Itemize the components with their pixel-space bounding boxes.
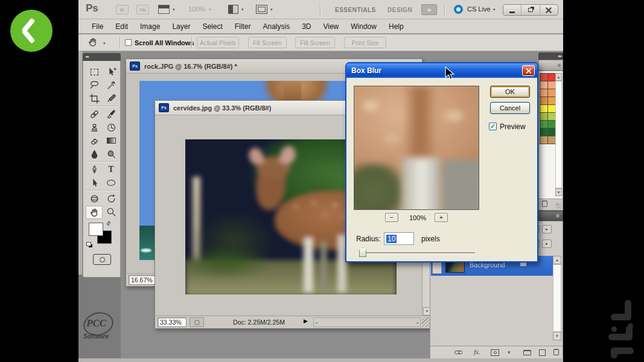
status-clock-button[interactable]	[190, 317, 204, 327]
blur-tool[interactable]	[86, 148, 102, 160]
layout-picker-icon[interactable]	[158, 5, 170, 14]
dialog-titlebar[interactable]: Box Blur	[346, 63, 537, 78]
screen-mode-icon[interactable]	[256, 5, 267, 14]
link-layers-icon[interactable]	[454, 351, 459, 354]
swatches-scroll-up[interactable]: ▲	[555, 73, 562, 81]
menu-item-view[interactable]: View	[317, 22, 345, 31]
tools-collapse-button[interactable]: ◂◂	[83, 53, 121, 61]
screen-mode-dropdown-arrow[interactable]: ▾	[270, 7, 273, 12]
menu-item-help[interactable]: Help	[383, 22, 410, 31]
pen-tool[interactable]	[86, 164, 102, 176]
tool-preset-dropdown-arrow[interactable]: ▾	[103, 41, 106, 46]
menu-item-window[interactable]: Window	[345, 22, 383, 31]
zoom-level-control[interactable]: 100%	[188, 5, 205, 13]
adjustment-layer-icon[interactable]: ◐	[508, 348, 512, 355]
layers-scroll-track[interactable]	[553, 264, 561, 332]
color-swatch[interactable]	[547, 97, 556, 105]
radius-slider-thumb[interactable]	[359, 247, 366, 257]
3d-orbit-tool[interactable]	[103, 192, 119, 205]
quick-selection-tool[interactable]	[103, 79, 119, 91]
panel-menu-icon[interactable]: ≡	[558, 62, 561, 68]
dock-expand-button[interactable]: ▸▸	[538, 52, 563, 60]
layers-menu-icon[interactable]: ≡	[556, 212, 560, 219]
delete-layer-trash-icon[interactable]	[553, 350, 559, 355]
layer-style-fx-icon[interactable]: fx.	[474, 348, 480, 355]
preview-checkbox[interactable]: ✓	[489, 122, 497, 130]
swatches-scroll-down[interactable]: ▼	[555, 188, 562, 196]
crop-tool[interactable]	[86, 92, 102, 104]
cs-live-label[interactable]: CS Live	[467, 5, 491, 13]
swap-colors-icon[interactable]: ⇄	[105, 220, 112, 227]
preview-zoom-in-button[interactable]: +	[435, 213, 448, 222]
mini-bridge-button[interactable]: Mb	[136, 5, 149, 14]
actual-pixels-button[interactable]: Actual Pixels	[197, 37, 239, 48]
minimize-button[interactable]	[503, 5, 521, 15]
color-swatch[interactable]	[540, 89, 548, 97]
eyedropper-tool[interactable]	[103, 92, 119, 104]
arrange-dropdown-arrow[interactable]: ▾	[241, 7, 244, 12]
color-swatch[interactable]	[540, 112, 548, 121]
new-layer-icon[interactable]	[539, 349, 546, 356]
path-selection-tool[interactable]	[86, 177, 102, 189]
color-swatch[interactable]	[547, 81, 556, 89]
dodge-tool[interactable]	[103, 148, 119, 160]
rock-zoom-box[interactable]: 16.67%	[129, 275, 157, 285]
layout-dropdown-arrow[interactable]: ▾	[173, 7, 175, 12]
fit-screen-button[interactable]: Fit Screen	[248, 37, 287, 48]
color-swatch[interactable]	[540, 81, 548, 89]
workspace-essentials[interactable]: ESSENTIALS	[335, 7, 376, 13]
menu-item-filter[interactable]: Filter	[229, 22, 257, 31]
opacity-spinner-right[interactable]: ▸	[542, 240, 552, 248]
workspace-overflow-button[interactable]: »	[421, 4, 437, 15]
lasso-tool[interactable]	[86, 79, 102, 91]
color-swatch[interactable]	[540, 73, 548, 81]
eraser-tool[interactable]	[86, 135, 102, 147]
layers-scroll-up[interactable]: ▲	[553, 256, 561, 264]
color-swatch[interactable]	[540, 104, 548, 113]
zoom-tool[interactable]	[103, 206, 119, 218]
color-swatch[interactable]	[547, 112, 556, 121]
menu-item-edit[interactable]: Edit	[109, 22, 134, 31]
arrange-documents-icon[interactable]	[228, 5, 238, 14]
menu-item-analysis[interactable]: Analysis	[257, 22, 296, 31]
preview-zoom-out-button[interactable]: −	[385, 213, 398, 222]
color-swatch[interactable]	[547, 120, 556, 129]
default-colors-icon[interactable]	[86, 242, 91, 246]
color-swatch[interactable]	[540, 120, 548, 129]
healing-brush-tool[interactable]	[86, 108, 102, 120]
fill-screen-button[interactable]: Fill Screen	[295, 37, 335, 48]
3d-rotate-tool[interactable]	[86, 192, 102, 205]
hand-tool-active[interactable]	[86, 206, 103, 219]
color-swatch[interactable]	[547, 136, 556, 144]
color-swatch[interactable]	[547, 73, 556, 81]
scroll-left-arrow[interactable]: ◂	[315, 320, 317, 325]
quick-mask-button[interactable]	[93, 254, 111, 265]
rectangular-marquee-tool[interactable]	[86, 66, 102, 78]
menu-item-layer[interactable]: Layer	[166, 22, 196, 31]
type-tool[interactable]: T	[103, 164, 119, 176]
blend-spinner-right[interactable]: ▸	[542, 225, 552, 233]
add-mask-icon[interactable]	[491, 349, 499, 356]
new-group-icon[interactable]	[523, 350, 531, 355]
history-brush-tool[interactable]	[103, 121, 119, 133]
zoom-dropdown-arrow[interactable]: ▾	[209, 7, 211, 12]
dialog-close-button[interactable]	[522, 65, 535, 76]
radius-input[interactable]: 10	[384, 232, 414, 245]
color-swatch[interactable]	[540, 128, 548, 136]
print-size-button[interactable]: Print Size	[344, 37, 386, 48]
panel-resize-grip[interactable]	[556, 203, 561, 209]
color-swatch[interactable]	[540, 97, 548, 105]
delete-swatch-trash-icon[interactable]	[542, 202, 547, 207]
foreground-color-swatch[interactable]	[89, 223, 103, 236]
layers-scroll-down[interactable]: ▼	[553, 332, 561, 340]
brush-tool[interactable]	[103, 108, 119, 120]
close-button[interactable]	[540, 5, 558, 15]
color-swatch[interactable]	[540, 136, 548, 144]
swatches-scroll-track[interactable]	[555, 81, 562, 188]
clone-stamp-tool[interactable]	[86, 121, 102, 133]
color-swatch[interactable]	[547, 89, 556, 97]
color-swatch[interactable]	[547, 128, 556, 136]
move-tool[interactable]	[103, 66, 119, 78]
restore-button[interactable]	[521, 5, 540, 15]
scroll-right-arrow[interactable]: ▸	[416, 320, 419, 325]
